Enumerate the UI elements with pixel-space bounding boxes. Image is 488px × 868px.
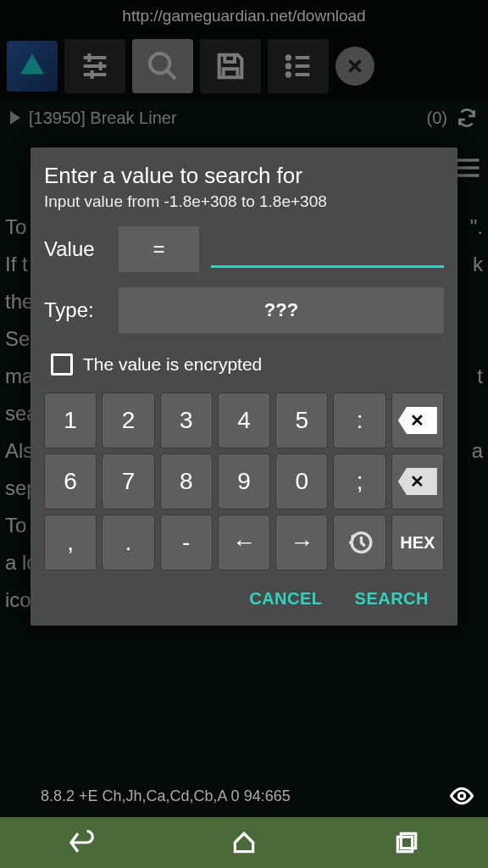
key-1[interactable]: 1 [44, 392, 97, 448]
dialog-subtitle: Input value from -1.8e+308 to 1.8e+308 [44, 192, 444, 211]
encrypted-checkbox[interactable] [51, 353, 73, 376]
recent-icon[interactable] [393, 829, 420, 856]
cancel-button[interactable]: CANCEL [249, 589, 322, 609]
encrypted-row[interactable]: The value is encrypted [44, 348, 444, 392]
dialog-title: Enter a value to search for [44, 163, 444, 189]
key-7[interactable]: 7 [102, 453, 154, 509]
delete-icon: ✕ [398, 468, 437, 495]
key-3[interactable]: 3 [160, 392, 213, 448]
key-dot[interactable]: . [102, 515, 154, 570]
key-backspace[interactable]: ✕ [391, 392, 444, 448]
svg-point-5 [458, 793, 465, 799]
key-comma[interactable]: , [44, 515, 97, 570]
eye-icon[interactable] [449, 783, 474, 809]
keypad: 1 2 3 4 5 : ✕ 6 7 8 9 0 ; ✕ , . - ← → HE… [44, 392, 444, 570]
footer-text: 8.8.2 +E Ch,Jh,Ca,Cd,Cb,A 0 94:665 [41, 787, 291, 805]
operator-button[interactable]: = [119, 226, 199, 272]
type-label: Type: [44, 298, 107, 322]
nav-bar [0, 817, 488, 868]
key-6[interactable]: 6 [44, 453, 97, 509]
value-input[interactable] [211, 231, 444, 268]
footer-info: 8.8.2 +E Ch,Jh,Ca,Cd,Cb,A 0 94:665 [41, 783, 474, 809]
key-9[interactable]: 9 [218, 453, 270, 509]
key-right[interactable]: → [275, 515, 328, 570]
key-history[interactable] [333, 515, 385, 570]
key-left[interactable]: ← [218, 515, 270, 570]
key-hex[interactable]: HEX [391, 515, 444, 570]
type-button[interactable]: ??? [119, 287, 444, 333]
history-icon [346, 528, 374, 557]
key-8[interactable]: 8 [160, 453, 213, 509]
backspace-icon: ✕ [398, 407, 437, 434]
search-dialog: Enter a value to search for Input value … [30, 147, 458, 626]
key-2[interactable]: 2 [102, 392, 154, 448]
home-icon[interactable] [230, 829, 258, 856]
key-4[interactable]: 4 [218, 392, 270, 448]
key-delete[interactable]: ✕ [391, 453, 444, 509]
key-5[interactable]: 5 [275, 392, 328, 448]
key-colon[interactable]: : [333, 392, 385, 448]
value-label: Value [44, 237, 107, 261]
key-0[interactable]: 0 [275, 453, 328, 509]
back-icon[interactable] [68, 829, 95, 856]
encrypted-label: The value is encrypted [83, 354, 262, 375]
search-button[interactable]: SEARCH [355, 589, 429, 609]
key-semicolon[interactable]: ; [333, 453, 385, 509]
key-minus[interactable]: - [160, 515, 213, 570]
